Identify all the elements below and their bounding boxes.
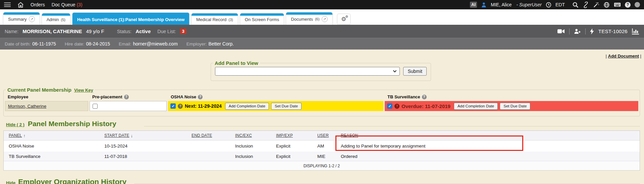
clock-icon [546,2,551,8]
table-row: TB Surveillance 11-07-2018 Inclusion Exp… [4,152,640,161]
col-panel[interactable]: PANEL↑ [4,131,99,140]
panel-membership-history-title: Panel Membership History [28,120,116,128]
patient-detail-bar: Date of birth:06-11-1975 Hire date:08-24… [0,38,644,50]
tab-on-screen-forms[interactable]: On Screen Forms [240,13,284,25]
cell-inc-exc: Inclusion [230,152,271,161]
check-icon: ✓ [388,104,391,108]
due-list-label: Due List: [157,29,176,34]
cell-user: MIE [312,152,336,161]
popout-icon[interactable]: ↗ [322,16,328,22]
tb-add-completion-date-button[interactable]: Add Completion Date [454,103,498,110]
employer-organization-history-title: Employer Organization History [18,178,126,184]
divider [569,28,570,34]
email-label: Email: [119,41,131,47]
tab-health-surveillance-panel-membership-overview[interactable]: Health Surveillance (1):Panel Membership… [72,13,189,25]
section-divider-line [144,126,640,126]
patient-name: MORRISON, CATHERINE [22,28,82,34]
tb-checkbox[interactable]: ✓ [387,103,392,109]
add-person-icon[interactable] [574,28,581,34]
user-name[interactable]: MIE, Alice [491,2,512,7]
add-document-container: | Add Document | [606,54,641,59]
history-hide-link[interactable]: Hide ( 2 ) [6,122,24,127]
top-bar-left: Orders Doc Queue(3) [4,2,83,8]
current-panel-legend: Current Panel Membership [7,87,71,93]
help-icon[interactable]: ? [198,95,203,99]
cell-start-date: 10-15-2024 [99,141,186,152]
table-pagination-status: DISPLAYING 1-2 / 2 [4,161,640,170]
employer-label: Employer: [186,41,207,47]
help-icon[interactable]: ? [124,95,129,99]
nav-orders[interactable]: Orders [31,2,45,7]
employer-history-hide-link[interactable]: Hide [6,180,15,184]
tb-set-due-date-button[interactable]: Set Due Date [500,103,530,110]
wand-icon[interactable] [593,2,599,8]
keyboard-icon[interactable] [614,2,621,7]
popout-icon[interactable]: ↗ [29,16,35,22]
col-reason[interactable]: REASON [336,131,640,140]
sort-desc-icon: ↓ [130,133,133,138]
tb-surveillance-cell: ✓ ? Overdue: 11-07-2019 Add Completion D… [385,101,638,111]
doc-queue-count: (3) [77,2,83,7]
tab-settings-gears-button[interactable]: ⚙ ⚙ [337,14,350,24]
patient-header-bar: Name: MORRISON, CATHERINE 49 y/o F Statu… [0,25,644,38]
nav-doc-queue[interactable]: Doc Queue(3) [52,2,83,7]
panel-membership-history-table: PANEL↑ START DATE↓ END DATE INC/EXC IMP/… [3,130,640,171]
osha-set-due-date-button[interactable]: Set Due Date [271,103,302,110]
cell-inc-exc: Inclusion [230,141,271,152]
bar-chart-icon[interactable] [632,28,639,34]
search-icon[interactable] [572,2,579,8]
top-bar-right: AI MIE, Alice - SuperUser EDT [470,2,640,8]
chart-id: TEST-10026 [598,28,628,34]
osha-status-text: Next: 11-29-2024 [185,103,222,109]
user-icon [481,2,487,8]
help-icon[interactable]: ? [422,95,427,99]
chart-tab-bar: Summary ↗ Admin (5) Health Surveillance … [0,9,644,25]
due-list-count-badge[interactable]: 3 [180,28,186,34]
osha-noise-cell: ✓ ? Next: 11-29-2024 Add Completion Date… [168,101,383,111]
tab-documents[interactable]: Documents (6) ↗ [286,12,332,25]
link-icon[interactable] [583,2,589,8]
help-icon[interactable]: ? [394,104,399,109]
tab-medical-record[interactable]: Medical Record (3) [192,13,238,25]
status-label: Status: [117,29,132,34]
help-icon[interactable]: ? [178,104,183,109]
cell-end-date [186,152,230,161]
name-label: Name: [5,29,18,34]
lightning-bolt-icon[interactable] [590,28,594,34]
cell-imp-exp: Explicit [271,152,312,161]
cell-reason: Ordered [336,152,640,161]
add-panel-to-view-section: Add Panel to View Submit [211,60,431,81]
col-start-date[interactable]: START DATE↓ [99,131,186,140]
video-camera-icon[interactable] [557,29,565,34]
timezone-label: EDT [555,2,565,7]
osha-add-completion-date-button[interactable]: Add Completion Date [225,103,269,110]
submit-button[interactable]: Submit [403,67,427,76]
osha-checkbox[interactable]: ✓ [170,103,176,109]
cell-panel: OSHA Noise [4,141,99,152]
view-key-link[interactable]: View Key [74,88,93,93]
gear-small-icon: ⚙ [345,15,348,18]
employee-link[interactable]: Morrison, Catherine [8,104,46,109]
status-dot-icon [635,2,640,7]
table-row: OSHA Noise 10-15-2024 Inclusion Explicit… [4,141,640,152]
hamburger-menu-icon[interactable] [4,2,11,7]
tab-medical-record-count: (3) [228,18,233,22]
add-panel-select[interactable] [215,67,400,76]
cell-user: AM [312,141,336,152]
globe-icon[interactable] [603,2,610,8]
add-document-link[interactable]: Add Document [608,54,639,59]
ai-badge[interactable]: AI [470,2,477,8]
tab-summary[interactable]: Summary ↗ [3,12,40,25]
top-bar: Orders Doc Queue(3) AI MIE, Alice - Supe… [0,0,644,9]
col-inc-exc[interactable]: INC/EXC [230,131,271,140]
help-icon[interactable]: ? [625,2,631,8]
pre-placement-checkbox[interactable] [93,104,98,109]
col-imp-exp[interactable]: IMP/EXP [271,131,312,140]
cell-imp-exp: Explicit [271,141,312,152]
patient-header-tools: TEST-10026 [557,28,639,34]
home-icon[interactable] [17,2,24,8]
col-user[interactable]: USER [312,131,336,140]
tab-admin[interactable]: Admin (5) [42,13,70,25]
col-end-date[interactable]: END DATE [186,131,230,140]
patient-status: Active [136,28,151,34]
